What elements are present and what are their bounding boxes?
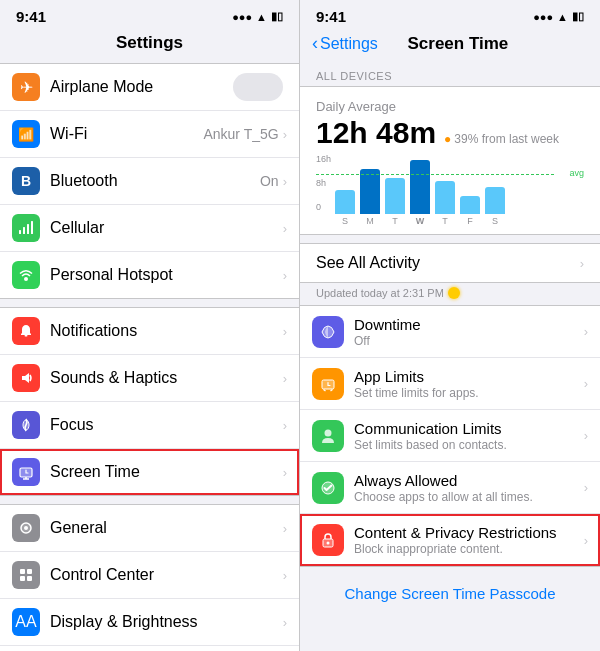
time-right: 9:41 <box>316 8 346 25</box>
general-label: General <box>50 519 279 537</box>
app-limits-chevron-icon: › <box>584 376 588 391</box>
status-icons-right: ●●● ▲ ▮▯ <box>533 10 584 23</box>
comm-limits-item[interactable]: Communication Limits Set limits based on… <box>300 410 600 462</box>
cellular-item[interactable]: Cellular › <box>0 205 299 252</box>
change-value: 39% from last week <box>454 132 559 146</box>
bar-T2-fill <box>435 181 455 214</box>
airplane-mode-icon: ✈ <box>12 73 40 101</box>
svg-rect-3 <box>31 221 33 234</box>
bar-M: M <box>360 169 380 226</box>
svg-line-28 <box>324 389 326 391</box>
downtime-label: Downtime <box>354 316 580 333</box>
focus-item[interactable]: Focus › <box>0 402 299 449</box>
left-panel: 9:41 ●●● ▲ ▮▯ Settings ✈ Airplane Mode 📶… <box>0 0 300 651</box>
bars-container: S M T <box>335 166 584 226</box>
wifi-icon: ▲ <box>256 11 267 23</box>
svg-rect-16 <box>27 576 32 581</box>
control-center-item[interactable]: Control Center › <box>0 552 299 599</box>
content-privacy-chevron-icon: › <box>584 533 588 548</box>
bar-S2-fill <box>485 187 505 214</box>
comm-limits-label: Communication Limits <box>354 420 580 437</box>
bluetooth-item[interactable]: B Bluetooth On › <box>0 158 299 205</box>
notifications-label: Notifications <box>50 322 279 340</box>
always-allowed-icon <box>312 472 344 504</box>
svg-marker-6 <box>22 373 29 383</box>
airplane-mode-toggle[interactable] <box>233 73 283 101</box>
hotspot-item[interactable]: Personal Hotspot › <box>0 252 299 298</box>
y-axis: 16h 8h 0 <box>316 154 331 226</box>
always-allowed-sublabel: Choose apps to allow at all times. <box>354 490 580 504</box>
screen-time-item[interactable]: Screen Time › <box>0 449 299 495</box>
notifications-icon <box>12 317 40 345</box>
notifications-item[interactable]: Notifications › <box>0 308 299 355</box>
always-allowed-label: Always Allowed <box>354 472 580 489</box>
app-limits-item[interactable]: App Limits Set time limits for apps. › <box>300 358 600 410</box>
downtime-item[interactable]: Downtime Off › <box>300 306 600 358</box>
right-panel: 9:41 ●●● ▲ ▮▯ ‹ Settings Screen Time ALL… <box>300 0 600 651</box>
bar-T1: T <box>385 178 405 226</box>
home-screen-item[interactable]: Home Screen › <box>0 646 299 651</box>
bar-W-label: W <box>416 216 425 226</box>
display-chevron-icon: › <box>283 615 287 630</box>
general-item[interactable]: General › <box>0 505 299 552</box>
y-0: 0 <box>316 202 331 212</box>
comm-limits-chevron-icon: › <box>584 428 588 443</box>
content-privacy-item[interactable]: Content & Privacy Restrictions Block ina… <box>300 514 600 566</box>
control-center-icon <box>12 561 40 589</box>
svg-rect-14 <box>27 569 32 574</box>
hotspot-chevron-icon: › <box>283 268 287 283</box>
change-dot: ● <box>444 132 451 146</box>
daily-avg-time: 12h 48m <box>316 116 436 150</box>
bluetooth-label: Bluetooth <box>50 172 260 190</box>
airplane-mode-item[interactable]: ✈ Airplane Mode <box>0 64 299 111</box>
change-passcode-button[interactable]: Change Screen Time Passcode <box>300 575 600 612</box>
content-privacy-label: Content & Privacy Restrictions <box>354 524 580 541</box>
wifi-item[interactable]: 📶 Wi-Fi Ankur T_5G › <box>0 111 299 158</box>
bar-W-fill <box>410 160 430 214</box>
time-left: 9:41 <box>16 8 46 25</box>
general-icon <box>12 514 40 542</box>
all-devices-header: ALL DEVICES <box>300 62 600 86</box>
updated-label: Updated today at 2:31 PM <box>316 287 444 299</box>
svg-rect-0 <box>19 230 21 234</box>
screen-time-label: Screen Time <box>50 463 279 481</box>
bar-M-label: M <box>366 216 374 226</box>
notifications-chevron-icon: › <box>283 324 287 339</box>
avg-label: avg <box>569 168 584 178</box>
sounds-item[interactable]: Sounds & Haptics › <box>0 355 299 402</box>
display-label: Display & Brightness <box>50 613 279 631</box>
screen-time-icon <box>12 458 40 486</box>
daily-avg-change: ● 39% from last week <box>444 132 559 146</box>
bar-S2-label: S <box>492 216 498 226</box>
connectivity-section: ✈ Airplane Mode 📶 Wi-Fi Ankur T_5G › B B… <box>0 63 299 299</box>
see-all-activity[interactable]: See All Activity › <box>300 243 600 283</box>
svg-line-29 <box>331 389 333 391</box>
content-privacy-icon <box>312 524 344 556</box>
status-bar-left: 9:41 ●●● ▲ ▮▯ <box>0 0 299 29</box>
bar-T1-label: T <box>392 216 398 226</box>
svg-point-7 <box>23 420 29 430</box>
bar-T1-fill <box>385 178 405 214</box>
display-item[interactable]: AA Display & Brightness › <box>0 599 299 646</box>
downtime-icon <box>312 316 344 348</box>
status-icons-left: ●●● ▲ ▮▯ <box>232 10 283 23</box>
general-section: General › Control Center › AA Di <box>0 504 299 651</box>
sounds-icon <box>12 364 40 392</box>
app-limits-sublabel: Set time limits for apps. <box>354 386 580 400</box>
nav-bar: ‹ Settings Screen Time <box>300 29 600 62</box>
comm-limits-icon <box>312 420 344 452</box>
avg-line <box>316 174 554 175</box>
signal-icon-right: ●●● <box>533 11 553 23</box>
svg-rect-2 <box>27 224 29 234</box>
battery-icon: ▮▯ <box>271 10 283 23</box>
bar-S2: S <box>485 187 505 226</box>
app-limits-icon <box>312 368 344 400</box>
sounds-label: Sounds & Haptics <box>50 369 279 387</box>
focus-chevron-icon: › <box>283 418 287 433</box>
daily-avg-label: Daily Average <box>316 99 584 114</box>
airplane-mode-label: Airplane Mode <box>50 78 233 96</box>
sounds-chevron-icon: › <box>283 371 287 386</box>
see-all-label: See All Activity <box>316 254 420 272</box>
always-allowed-item[interactable]: Always Allowed Choose apps to allow at a… <box>300 462 600 514</box>
back-button[interactable]: ‹ Settings <box>312 33 378 54</box>
